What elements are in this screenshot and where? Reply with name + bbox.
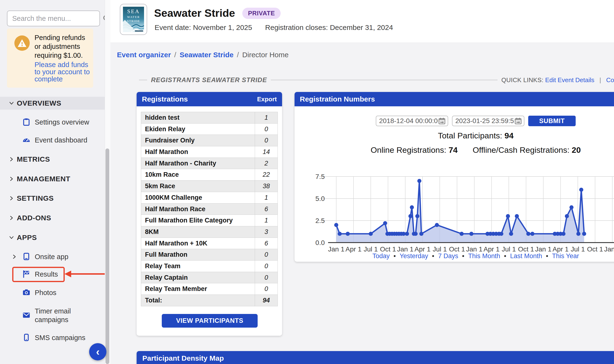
event-category-label: Relay Team (141, 260, 255, 272)
table-row-5km-race: 5km Race38 (141, 181, 278, 192)
chevron-right-icon (9, 156, 14, 162)
warning-text: Pending refunds or adjustments requiring… (35, 33, 92, 60)
sidebar-item-label: APPS (17, 234, 37, 242)
sidebar-item-label: MANAGEMENT (17, 175, 70, 183)
tablet-icon (22, 252, 31, 261)
date-range-controls: SUBMIT (294, 116, 614, 126)
sidebar-item-management[interactable]: MANAGEMENT (0, 172, 105, 185)
sidebar-item-label: OVERVIEWS (17, 99, 61, 107)
table-row-fundraiser-only: Fundraiser Only0 (141, 135, 278, 146)
search-input[interactable] (7, 15, 103, 23)
table-row-10km-race: 10km Race22 (141, 169, 278, 181)
sidebar-item-label: Results (35, 270, 58, 278)
sidebar-item-onsite-app[interactable]: Onsite app (0, 250, 105, 263)
event-header: SEA WATER STRIDE Seawater Stride PRIVATE… (110, 0, 614, 43)
event-category-count: 0 (255, 124, 278, 135)
event-category-label: Full Marathon Elite Category (141, 215, 255, 226)
breadcrumb-seawater-stride[interactable]: Seawater Stride (179, 51, 233, 59)
edit-event-details-link[interactable]: Edit Event Details (545, 76, 594, 84)
date-from-input[interactable] (376, 117, 438, 125)
breadcrumb-separator: / (174, 51, 176, 59)
quick-links-label: QUICK LINKS: (501, 76, 544, 84)
results-annotation-arrow (71, 273, 109, 275)
registrations-panel: Registrations Export hidden test1Ekiden … (137, 92, 282, 336)
table-row-half-marathon-race: Half Marathon Race6 (141, 204, 278, 215)
table-row-1000km-challenge: 1000KM Challenge1 (141, 192, 278, 204)
sidebar-item-settings[interactable]: SETTINGS (0, 192, 105, 205)
event-category-count: 1 (255, 192, 278, 203)
range-link-7-days[interactable]: 7 Days (438, 252, 458, 260)
envelope-icon (22, 311, 31, 320)
submit-button[interactable]: SUBMIT (528, 116, 576, 126)
svg-text:2.5: 2.5 (315, 217, 325, 224)
event-logo: SEA WATER STRIDE (120, 4, 147, 35)
export-button[interactable]: Export (257, 96, 277, 103)
clipboard-icon (22, 118, 31, 126)
table-row-total: Total:94 (141, 295, 278, 306)
registration-numbers-title: Registration Numbers (300, 95, 375, 103)
date-to-input[interactable] (453, 117, 514, 125)
bullet-separator: • (546, 252, 548, 260)
event-category-label: Half Marathon - Charity (141, 158, 255, 169)
date-to-field[interactable] (452, 116, 524, 126)
date-from-field[interactable] (376, 116, 448, 126)
event-category-count: 0 (255, 283, 278, 295)
event-category-label: Relay Team Member (141, 283, 255, 295)
sidebar-item-event-dashboard[interactable]: Event dashboard (0, 134, 105, 147)
sidebar-item-label: Timer email campaigns (35, 307, 78, 324)
calendar-icon[interactable] (438, 117, 446, 125)
chevron-right-icon (9, 215, 14, 221)
calendar-icon[interactable] (514, 117, 522, 125)
bullet-separator: • (394, 252, 396, 260)
collapse-sidebar-button[interactable] (89, 343, 107, 360)
sidebar-item-settings-overview[interactable]: Settings overview (0, 116, 105, 129)
rule-line (139, 80, 147, 80)
logo-text: SEA (123, 8, 144, 15)
add-funds-link[interactable]: Please add funds to your account to comp… (35, 61, 94, 83)
online-offline-counts: Online Registrations: 74 Offline/Cash Re… (294, 145, 614, 155)
table-row-hidden-test: hidden test1 (141, 112, 278, 124)
sidebar-item-overviews[interactable]: OVERVIEWS (0, 97, 105, 110)
sidebar-item-label: SMS campaigns (35, 333, 85, 342)
range-link-yesterday[interactable]: Yesterday (400, 252, 428, 260)
range-link-this-month[interactable]: This Month (468, 252, 500, 260)
sidebar-scrollbar-thumb[interactable] (106, 148, 109, 364)
range-link-last-month[interactable]: Last Month (510, 252, 542, 260)
table-row-full-marathon-elite-category: Full Marathon Elite Category1 (141, 215, 278, 226)
svg-text:0.0: 0.0 (315, 239, 325, 247)
dashboard-icon (22, 136, 31, 144)
breadcrumb: Event organizer/Seawater Stride/Director… (117, 51, 289, 59)
event-category-count: 94 (255, 295, 278, 306)
svg-text:7.5: 7.5 (315, 173, 325, 180)
event-category-label: 1000KM Challenge (141, 192, 255, 203)
table-row-half-marathon: Half Marathon14 (141, 146, 278, 158)
range-link-this-year[interactable]: This Year (552, 252, 579, 260)
sidebar-item-metrics[interactable]: METRICS (0, 153, 105, 166)
sidebar-item-timer-email-campaigns[interactable]: Timer email campaigns (0, 302, 105, 328)
sidebar-item-label: Event dashboard (35, 136, 87, 144)
sidebar-item-add-ons[interactable]: ADD-ONS (0, 211, 105, 224)
event-category-label: hidden test (141, 112, 255, 123)
sidebar-item-apps[interactable]: APPS (0, 231, 105, 244)
svg-text:5.0: 5.0 (315, 195, 325, 202)
sidebar-item-photos[interactable]: Photos (0, 286, 105, 299)
sidebar-item-label: SETTINGS (17, 194, 54, 202)
registration-numbers-panel: Registration Numbers SUBMIT (294, 92, 614, 262)
participant-density-map-panel: Participant Density Map (137, 351, 614, 364)
phone-icon (22, 333, 31, 342)
private-badge: PRIVATE (242, 8, 281, 19)
event-category-label: Ekiden Relay (141, 124, 255, 135)
event-category-label: Half Marathon Race (141, 204, 255, 215)
event-category-label: Half Marathon + 10K (141, 238, 255, 249)
range-link-today[interactable]: Today (373, 252, 390, 260)
sidebar: Pending refunds or adjustments requiring… (0, 0, 110, 364)
breadcrumb-event-organizer[interactable]: Event organizer (117, 51, 171, 59)
logo-caption (135, 30, 143, 32)
sidebar-item-sms-campaigns[interactable]: SMS campaigns (0, 331, 105, 344)
view-participants-button[interactable]: VIEW PARTICIPANTS (162, 314, 258, 328)
menu-search-box[interactable] (7, 11, 100, 26)
event-category-count: 38 (255, 181, 278, 192)
event-category-label: Total: (141, 295, 255, 306)
event-category-count: 14 (255, 146, 278, 157)
copy-event-link[interactable]: Copy (606, 76, 614, 84)
